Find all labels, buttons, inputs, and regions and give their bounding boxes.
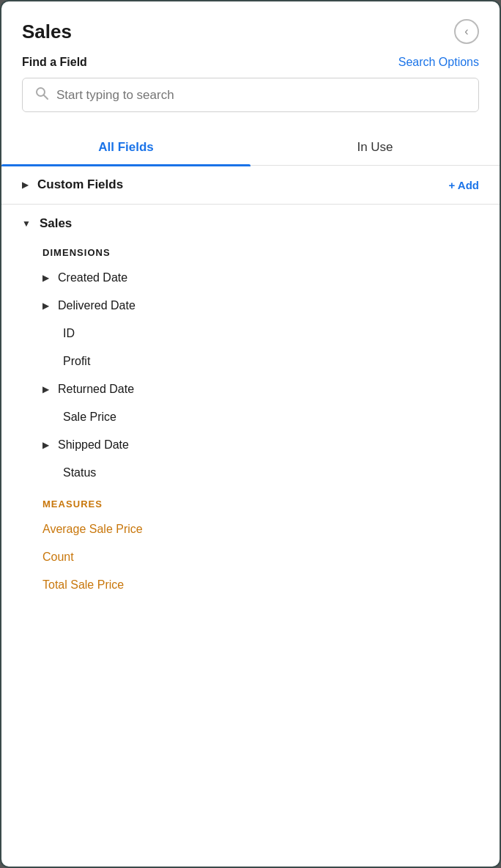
field-id[interactable]: ID bbox=[22, 320, 479, 347]
search-bar[interactable] bbox=[22, 78, 479, 112]
field-profit[interactable]: Profit bbox=[22, 347, 479, 375]
custom-fields-arrow-icon: ▶ bbox=[22, 180, 29, 190]
measure-average-sale-price[interactable]: Average Sale Price bbox=[22, 515, 479, 543]
dimensions-label: DIMENSIONS bbox=[22, 241, 479, 264]
search-options-link[interactable]: Search Options bbox=[398, 56, 479, 69]
find-row: Find a Field Search Options bbox=[1, 56, 500, 78]
page-title: Sales bbox=[22, 21, 72, 43]
svg-line-1 bbox=[44, 95, 48, 99]
tab-all-fields[interactable]: All Fields bbox=[1, 130, 250, 165]
sales-title: Sales bbox=[40, 216, 72, 231]
find-label: Find a Field bbox=[22, 56, 87, 69]
shipped-date-arrow-icon: ▶ bbox=[42, 440, 49, 450]
field-shipped-date[interactable]: ▶ Shipped Date bbox=[22, 431, 479, 459]
field-created-date[interactable]: ▶ Created Date bbox=[22, 264, 479, 292]
created-date-label: Created Date bbox=[58, 271, 127, 284]
back-button[interactable]: ‹ bbox=[454, 19, 479, 44]
delivered-date-arrow-icon: ▶ bbox=[42, 301, 49, 311]
back-icon: ‹ bbox=[464, 25, 468, 38]
search-icon bbox=[34, 86, 49, 104]
tabs-container: All Fields In Use bbox=[1, 130, 500, 166]
sales-section: ▼ Sales DIMENSIONS ▶ Created Date ▶ Deli… bbox=[1, 205, 500, 599]
header: Sales ‹ bbox=[1, 1, 500, 56]
add-button[interactable]: + Add bbox=[448, 179, 479, 191]
sales-arrow-icon: ▼ bbox=[22, 218, 31, 229]
measure-total-sale-price[interactable]: Total Sale Price bbox=[22, 571, 479, 599]
field-delivered-date[interactable]: ▶ Delivered Date bbox=[22, 292, 479, 320]
measure-count[interactable]: Count bbox=[22, 543, 479, 571]
field-status[interactable]: Status bbox=[22, 459, 479, 487]
custom-fields-section: ▶ Custom Fields + Add bbox=[1, 166, 500, 205]
search-input[interactable] bbox=[56, 88, 467, 103]
measures-label: MEASURES bbox=[22, 487, 479, 515]
delivered-date-label: Delivered Date bbox=[58, 299, 136, 312]
created-date-arrow-icon: ▶ bbox=[42, 273, 49, 283]
shipped-date-label: Shipped Date bbox=[58, 438, 129, 452]
sales-header: ▼ Sales bbox=[22, 216, 479, 231]
field-returned-date[interactable]: ▶ Returned Date bbox=[22, 375, 479, 403]
custom-fields-label: Custom Fields bbox=[37, 177, 123, 192]
tab-in-use[interactable]: In Use bbox=[250, 130, 500, 165]
returned-date-arrow-icon: ▶ bbox=[42, 384, 49, 394]
main-panel: Sales ‹ Find a Field Search Options All … bbox=[0, 0, 501, 868]
field-sale-price[interactable]: Sale Price bbox=[22, 403, 479, 431]
returned-date-label: Returned Date bbox=[58, 383, 134, 396]
custom-fields-left: ▶ Custom Fields bbox=[22, 177, 123, 192]
